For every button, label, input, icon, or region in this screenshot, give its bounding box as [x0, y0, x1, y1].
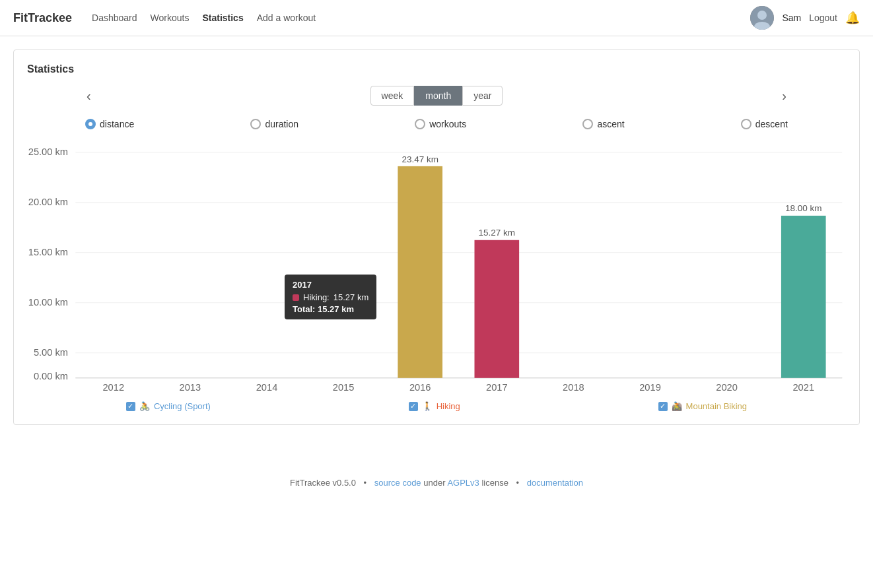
footer-sep1: • — [364, 478, 367, 488]
svg-text:2016: 2016 — [409, 382, 431, 392]
radio-duration — [250, 119, 261, 129]
legend-hiking-check — [409, 402, 418, 411]
svg-text:15.27 km: 15.27 km — [479, 228, 516, 238]
month-button[interactable]: month — [414, 86, 462, 106]
metric-ascent-label: ascent — [597, 119, 624, 129]
svg-text:15.00 km: 15.00 km — [28, 247, 68, 257]
svg-text:2014: 2014 — [256, 382, 278, 392]
footer-under: under — [423, 478, 445, 488]
svg-text:0.00 km: 0.00 km — [34, 371, 68, 381]
nav-user: Sam — [782, 13, 801, 23]
legend-mtb-check — [658, 402, 668, 411]
svg-text:2015: 2015 — [333, 382, 355, 392]
navbar: FitTrackee Dashboard Workouts Statistics… — [0, 0, 873, 36]
metric-distance[interactable]: distance — [85, 119, 134, 129]
metric-duration-label: duration — [265, 119, 298, 129]
radio-descent — [741, 119, 751, 129]
bar-2021[interactable] — [781, 216, 826, 378]
svg-text:2021: 2021 — [792, 382, 814, 392]
time-buttons: week month year — [370, 86, 503, 106]
legend-mtb-emoji: 🚵 — [672, 401, 682, 411]
footer-brand: FitTrackee — [290, 478, 330, 488]
svg-text:18.00 km: 18.00 km — [785, 204, 822, 213]
svg-text:23.47 km: 23.47 km — [402, 154, 438, 164]
bell-icon: 🔔 — [845, 11, 860, 25]
metric-distance-label: distance — [100, 119, 134, 129]
chart-svg: 25.00 km 20.00 km 15.00 km 10.00 km 5.00… — [27, 143, 846, 393]
legend-hiking[interactable]: 🚶 Hiking — [409, 401, 460, 411]
radio-workouts — [415, 119, 425, 129]
legend-mtb[interactable]: 🚵 Mountain Biking — [658, 401, 748, 411]
next-button[interactable]: › — [775, 86, 793, 106]
footer-license-link[interactable]: AGPLv3 — [447, 478, 479, 488]
footer-doc-link[interactable]: documentation — [527, 478, 583, 488]
chart-legend: 🚴 Cycling (Sport) 🚶 Hiking 🚵 Mountain Bi… — [27, 401, 846, 411]
legend-cycling-label: Cycling (Sport) — [154, 401, 211, 411]
stats-card: Statistics ‹ week month year › distance … — [13, 49, 860, 425]
avatar[interactable] — [750, 6, 774, 30]
chart-area: 25.00 km 20.00 km 15.00 km 10.00 km 5.00… — [27, 143, 846, 393]
footer-license-text: license — [481, 478, 508, 488]
metric-ascent[interactable]: ascent — [582, 119, 624, 129]
metric-descent[interactable]: descent — [741, 119, 788, 129]
legend-hiking-label: Hiking — [436, 401, 460, 411]
svg-text:2017: 2017 — [486, 382, 508, 392]
svg-text:2018: 2018 — [563, 382, 584, 392]
bar-2017[interactable] — [474, 240, 519, 378]
nav-workouts[interactable]: Workouts — [151, 13, 190, 23]
logout-link[interactable]: Logout — [809, 13, 837, 23]
nav-dashboard[interactable]: Dashboard — [92, 13, 137, 23]
metric-descent-label: descent — [755, 119, 788, 129]
legend-cycling-emoji: 🚴 — [139, 401, 150, 411]
footer-version: v0.5.0 — [333, 478, 356, 488]
prev-button[interactable]: ‹ — [80, 86, 98, 106]
radio-distance — [85, 119, 96, 129]
week-button[interactable]: week — [370, 86, 415, 106]
stats-title: Statistics — [27, 63, 846, 75]
time-controls: ‹ week month year › — [27, 86, 846, 106]
nav-right: Sam Logout 🔔 — [750, 6, 860, 30]
footer-source-link[interactable]: source code — [374, 478, 421, 488]
svg-text:2019: 2019 — [639, 382, 661, 392]
legend-mtb-label: Mountain Biking — [686, 401, 748, 411]
main-content: Statistics ‹ week month year › distance … — [0, 36, 873, 438]
metric-duration[interactable]: duration — [250, 119, 298, 129]
radio-ascent — [582, 119, 593, 129]
svg-text:2013: 2013 — [180, 382, 201, 392]
metrics: distance duration workouts ascent descen… — [27, 119, 846, 129]
svg-point-1 — [757, 11, 767, 20]
metric-workouts-label: workouts — [429, 119, 466, 129]
nav-add-workout[interactable]: Add a workout — [257, 13, 316, 23]
svg-text:2020: 2020 — [716, 382, 738, 392]
legend-hiking-emoji: 🚶 — [422, 401, 433, 411]
brand: FitTrackee — [13, 11, 72, 25]
legend-cycling-check — [126, 402, 135, 411]
svg-text:10.00 km: 10.00 km — [28, 297, 68, 307]
legend-cycling[interactable]: 🚴 Cycling (Sport) — [126, 401, 211, 411]
footer-sep2: • — [516, 478, 520, 488]
footer: FitTrackee v0.5.0 • source code under AG… — [0, 465, 873, 501]
metric-workouts[interactable]: workouts — [415, 119, 466, 129]
bar-2016[interactable] — [398, 166, 442, 378]
svg-text:5.00 km: 5.00 km — [34, 347, 68, 357]
nav-links: Dashboard Workouts Statistics Add a work… — [92, 13, 316, 23]
year-button[interactable]: year — [462, 86, 503, 106]
nav-statistics[interactable]: Statistics — [202, 13, 243, 23]
svg-text:2012: 2012 — [102, 382, 124, 392]
svg-text:25.00 km: 25.00 km — [28, 147, 68, 156]
svg-text:20.00 km: 20.00 km — [28, 197, 68, 207]
